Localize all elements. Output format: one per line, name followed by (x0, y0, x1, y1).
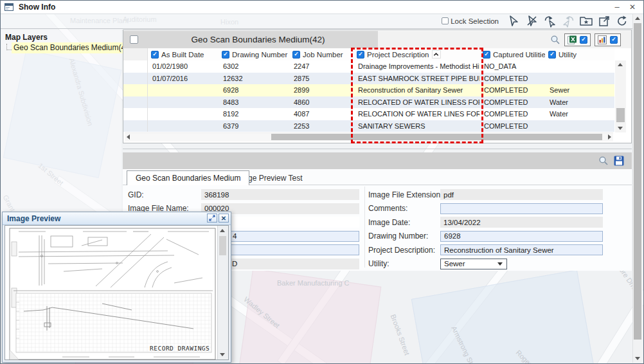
cell-utility: Water (545, 96, 614, 109)
layer-item-geo-scan-boundaries[interactable]: Geo Scan Boundaries Medium(42) (12, 42, 135, 53)
preview-vscroll-thumb[interactable] (219, 236, 226, 255)
window-title: Show Info (19, 3, 55, 12)
cell-project_description: SANITARY SEWERS (353, 120, 479, 132)
search-icon[interactable] (598, 156, 609, 166)
search-icon[interactable] (550, 35, 560, 45)
table-horizontal-scrollbar[interactable] (125, 132, 613, 141)
field-utility-select[interactable]: Sewer (440, 259, 507, 269)
column-visibility-checkbox[interactable] (483, 51, 490, 59)
table-header-row: As Built DateDrawing NumberJob NumberPro… (123, 48, 614, 61)
column-header-drawing_number[interactable]: Drawing Number (219, 48, 289, 60)
chart-export-group (595, 33, 621, 46)
window-titlebar: Show Info – ✕ (1, 1, 643, 14)
column-header-label: Utility (559, 51, 577, 59)
row-selector-cell[interactable] (123, 73, 148, 85)
excel-export-icon[interactable] (568, 35, 577, 44)
column-visibility-checkbox[interactable] (357, 51, 364, 59)
close-button[interactable]: ✕ (627, 1, 638, 12)
select-arrow-icon[interactable] (507, 14, 521, 28)
map-layers-title: Map Layers (5, 33, 121, 42)
column-visibility-checkbox[interactable] (222, 51, 229, 59)
field-project-description-input[interactable]: Reconstruction of Sanitary Sewer (440, 244, 603, 255)
chart-export-checkbox[interactable] (610, 36, 618, 44)
scroll-up-icon[interactable] (220, 229, 225, 232)
previous-selection-icon[interactable] (543, 14, 557, 28)
lock-selection-label: Lock Selection (451, 17, 499, 25)
tab-geo-scan-boundaries-medium[interactable]: Geo Scan Boundaries Medium (127, 170, 249, 185)
minimize-button[interactable]: – (611, 1, 623, 12)
scroll-left-icon[interactable] (127, 134, 130, 140)
chart-export-icon[interactable] (598, 35, 607, 44)
scroll-down-icon[interactable] (635, 357, 640, 360)
table-row[interactable]: 69282899Reconstruction of Sanitary Sewer… (123, 84, 614, 96)
cell-as_built_date (148, 84, 219, 96)
table-row[interactable]: 81924087RELOCATION OF WATER LINES FOR C.… (123, 108, 614, 120)
cell-utility: Water (545, 108, 614, 120)
cell-as_built_date: 01/07/2016 (148, 73, 219, 85)
scroll-right-icon[interactable] (608, 134, 611, 140)
field-comments-input[interactable] (440, 203, 603, 214)
column-header-captured_utilities[interactable]: Captured Utilities (479, 48, 545, 60)
cell-captured_utilities: COMPLETED (479, 120, 545, 132)
table-row[interactable]: 01/07/2016126322875EAST SHAMROCK STREET … (123, 73, 614, 85)
image-preview-titlebar[interactable]: Image Preview ✕ (3, 212, 231, 225)
row-selector-cell[interactable] (123, 96, 148, 109)
cell-job_number: 2899 (289, 84, 353, 96)
cell-project_description: RELOCATED OF WATER LINESS FOR C... (353, 96, 479, 109)
close-preview-icon[interactable]: ✕ (219, 214, 229, 223)
cell-utility (545, 120, 614, 132)
folder-star-icon[interactable] (579, 14, 593, 28)
image-preview-content: RECORD DRAWINGS (4, 225, 229, 360)
scroll-up-icon[interactable] (635, 17, 640, 20)
column-visibility-checkbox[interactable] (292, 51, 300, 59)
cell-as_built_date (148, 96, 219, 109)
field-label: Utility: (368, 259, 440, 268)
excel-export-checkbox[interactable] (580, 36, 587, 44)
form-row: Utility:Sewer (368, 257, 613, 271)
field-drawing-number-input[interactable]: 6928 (440, 231, 603, 242)
sort-ascending-icon[interactable] (432, 50, 441, 59)
next-selection-disabled-icon (561, 14, 575, 28)
column-header-job_number[interactable]: Job Number (289, 48, 353, 60)
column-header-utility[interactable]: Utility (545, 48, 614, 60)
open-external-icon[interactable] (597, 14, 611, 28)
field-value: pdf (443, 191, 454, 199)
row-selector-cell[interactable] (123, 60, 148, 73)
scroll-down-icon[interactable] (618, 127, 623, 130)
column-header-project_description[interactable]: Project Description (353, 48, 479, 60)
row-selector-cell[interactable] (123, 120, 148, 132)
vscroll-thumb[interactable] (616, 108, 625, 122)
table-row[interactable]: 63792253SANITARY SEWERSCOMPLETED (123, 120, 614, 132)
cell-drawing_number: 12632 (219, 73, 289, 85)
window-vscroll-thumb[interactable] (634, 23, 641, 340)
column-visibility-checkbox[interactable] (548, 51, 556, 59)
refresh-icon[interactable] (615, 14, 629, 28)
table-vertical-scrollbar[interactable] (615, 60, 626, 132)
table-rows: 01/02/198063022247Drainage Improvements … (123, 60, 614, 132)
column-visibility-checkbox[interactable] (151, 51, 159, 59)
column-header-as_built_date[interactable]: As Built Date (148, 48, 219, 60)
window-vertical-scrollbar[interactable] (632, 14, 643, 363)
tree-elbow-icon (6, 44, 12, 50)
hscroll-thumb[interactable] (271, 134, 602, 140)
cell-job_number: 2247 (289, 60, 353, 73)
save-icon[interactable] (614, 156, 624, 166)
deselect-arrow-icon[interactable] (525, 14, 539, 28)
scroll-up-icon[interactable] (618, 63, 623, 66)
cell-as_built_date (148, 108, 219, 120)
lock-selection-checkbox[interactable] (442, 17, 449, 24)
cell-utility: Sewer (545, 84, 614, 96)
table-row[interactable]: 84834860RELOCATED OF WATER LINESS FOR C.… (123, 96, 614, 109)
select-all-checkbox[interactable] (130, 35, 138, 44)
field-value: 6928 (444, 232, 461, 240)
field-gid-value: 368198 (201, 189, 359, 200)
scroll-down-icon[interactable] (220, 353, 225, 356)
row-selector-cell[interactable] (123, 108, 148, 120)
row-selector-header (123, 48, 148, 60)
row-selector-cell[interactable] (123, 84, 148, 96)
restore-window-icon[interactable] (207, 214, 217, 223)
lock-selection-control[interactable]: Lock Selection (442, 17, 499, 25)
field-label: Drawing Number: (368, 232, 440, 241)
table-row[interactable]: 01/02/198063022247Drainage Improvements … (123, 60, 614, 73)
preview-vertical-scrollbar[interactable] (217, 226, 228, 359)
